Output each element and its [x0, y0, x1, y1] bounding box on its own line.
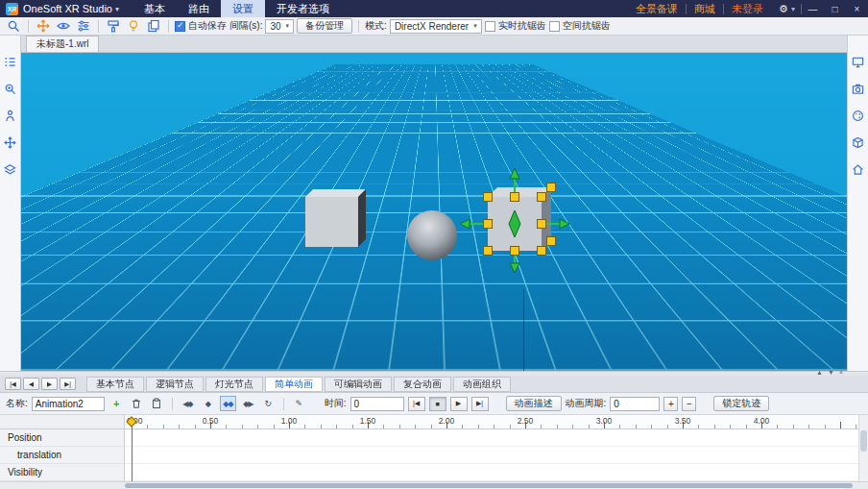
animation-name-input[interactable]: [32, 397, 105, 411]
playhead[interactable]: [132, 419, 133, 481]
add-keyframe-button[interactable]: ◆: [200, 396, 216, 411]
edit-pencil-icon[interactable]: ✎: [291, 396, 307, 411]
tab-light-nodes[interactable]: 灯光节点: [205, 377, 263, 392]
move-tool-icon[interactable]: [35, 18, 52, 34]
playback-skip-start-button[interactable]: |◀: [408, 397, 425, 411]
delete-trash-icon[interactable]: [129, 396, 145, 411]
panel-close-icon[interactable]: ×: [839, 369, 843, 376]
step-back-button[interactable]: ◀: [23, 378, 39, 390]
clipboard-icon[interactable]: [149, 396, 165, 411]
track-row-visibility[interactable]: Visibility: [0, 464, 858, 481]
loop-refresh-icon[interactable]: ↻: [260, 396, 277, 411]
scrollbar-thumb[interactable]: [860, 430, 867, 452]
minimize-button[interactable]: —: [802, 0, 824, 17]
app-menu-chevron-down-icon[interactable]: ▾: [115, 5, 119, 13]
monitor-icon[interactable]: [851, 55, 865, 69]
filter-sliders-icon[interactable]: [75, 18, 92, 34]
panorama-lesson-link[interactable]: 全景备课: [628, 2, 686, 16]
settings-chevron-down-icon[interactable]: ▾: [791, 5, 801, 13]
visibility-eye-icon[interactable]: [55, 18, 72, 34]
model-cube-icon[interactable]: [851, 135, 865, 150]
timeline-vertical-scrollbar[interactable]: [858, 415, 868, 481]
playback-play-button[interactable]: ▶: [450, 397, 468, 411]
tab-animation-organize[interactable]: 动画组织: [453, 377, 511, 392]
track-label[interactable]: Position: [0, 429, 125, 447]
outline-tree-icon[interactable]: [3, 55, 17, 69]
playback-stop-button[interactable]: ■: [429, 397, 446, 411]
menu-item-settings[interactable]: 设置: [221, 0, 265, 17]
tab-editable-animation[interactable]: 可编辑动画: [325, 377, 392, 392]
layers-icon[interactable]: [3, 162, 17, 177]
ruler-label: 4.00: [754, 416, 770, 426]
selected-cube-object[interactable]: [453, 155, 578, 280]
next-keyframe-button[interactable]: ◆▶: [240, 396, 256, 411]
capture-camera-icon[interactable]: [851, 82, 865, 96]
login-status-link[interactable]: 未登录: [724, 2, 771, 16]
divider: [358, 20, 359, 33]
transform-tool-icon[interactable]: [3, 135, 17, 150]
ruler-label: 3.00: [596, 416, 613, 426]
tab-composite-animation[interactable]: 复合动画: [394, 377, 451, 392]
viewport-3d[interactable]: [21, 53, 847, 371]
period-decrease-button[interactable]: −: [682, 397, 696, 411]
tab-simple-animation[interactable]: 简单动画: [265, 377, 323, 392]
cube-object[interactable]: [305, 187, 373, 247]
animation-description-button[interactable]: 动画描述: [506, 396, 562, 411]
backup-manage-button[interactable]: 备份管理: [297, 18, 352, 34]
document-tabstrip: 未标题-1.wrl: [21, 36, 847, 53]
animation-period-input[interactable]: [610, 397, 660, 411]
track-lane[interactable]: [125, 464, 858, 481]
track-lane[interactable]: [125, 429, 858, 447]
track-row-position[interactable]: Position: [0, 429, 858, 447]
scrollbar-thumb[interactable]: [125, 483, 853, 488]
zoom-tool-icon[interactable]: [3, 82, 17, 96]
spatial-aa-checkbox[interactable]: [549, 21, 560, 32]
gear-icon[interactable]: ⚙: [771, 3, 791, 15]
playback-skip-end-button[interactable]: ▶|: [471, 397, 489, 411]
track-lane[interactable]: [125, 447, 858, 464]
track-row-translation[interactable]: translation: [0, 447, 858, 464]
palette-icon[interactable]: [851, 109, 865, 123]
search-icon[interactable]: [5, 18, 22, 34]
step-forward-button[interactable]: ▶: [41, 378, 58, 390]
skip-to-end-button[interactable]: ▶|: [60, 378, 76, 390]
period-increase-button[interactable]: +: [663, 397, 678, 411]
maximize-button[interactable]: □: [824, 0, 846, 17]
home-icon[interactable]: [851, 162, 865, 177]
figure-tool-icon[interactable]: [3, 109, 17, 123]
menu-item-basic[interactable]: 基本: [133, 0, 177, 17]
app-title: OneSoft XR Studio: [23, 3, 112, 14]
tab-logic-nodes[interactable]: 逻辑节点: [146, 377, 204, 392]
add-animation-icon[interactable]: +: [108, 396, 125, 411]
panel-expand-icon[interactable]: ▲: [816, 369, 823, 376]
node-tabs-row: |◀ ◀ ▶ ▶| 基本节点 逻辑节点 灯光节点 简单动画 可编辑动画 复合动画…: [0, 376, 868, 393]
titlebar-right: 全景备课 商城 未登录 ⚙ ▾ — □ ×: [628, 0, 868, 17]
panel-collapse-icon[interactable]: ▼: [828, 369, 834, 376]
track-label[interactable]: translation: [0, 447, 125, 464]
renderer-mode-select[interactable]: DirectX Renderer ▾: [390, 19, 482, 34]
sphere-object[interactable]: [407, 210, 457, 260]
interval-select[interactable]: 30 ▾: [265, 19, 294, 34]
ruler-label: 1.00: [281, 416, 298, 426]
left-tool-rail: [0, 36, 21, 371]
keyframe-mode-button[interactable]: ◆◆: [220, 396, 236, 411]
duplicate-copy-icon[interactable]: [145, 18, 162, 34]
tab-basic-nodes[interactable]: 基本节点: [86, 377, 144, 392]
autosave-checkbox[interactable]: [175, 21, 185, 32]
prev-keyframe-button[interactable]: ◀◆: [180, 396, 196, 411]
timeline-horizontal-scrollbar[interactable]: [0, 481, 868, 489]
lock-track-button[interactable]: 锁定轨迹: [713, 396, 769, 411]
realtime-aa-checkbox[interactable]: [485, 21, 495, 32]
track-label[interactable]: Visibility: [0, 464, 125, 481]
skip-to-start-button[interactable]: |◀: [5, 378, 21, 390]
store-link[interactable]: 商城: [687, 2, 723, 16]
autosave-label: 自动保存: [188, 19, 227, 33]
timeline-ruler[interactable]: 0.00 0.50 1.00 1.50 2.00 2.50 3.00 3.50 …: [125, 415, 858, 429]
paint-tool-icon[interactable]: [105, 18, 122, 34]
time-input[interactable]: [350, 397, 404, 411]
light-bulb-icon[interactable]: [125, 18, 142, 34]
close-button[interactable]: ×: [846, 0, 868, 17]
menu-item-developer-options[interactable]: 开发者选项: [265, 0, 341, 17]
document-tab[interactable]: 未标题-1.wrl: [26, 36, 99, 52]
menu-item-routing[interactable]: 路由: [177, 0, 221, 17]
